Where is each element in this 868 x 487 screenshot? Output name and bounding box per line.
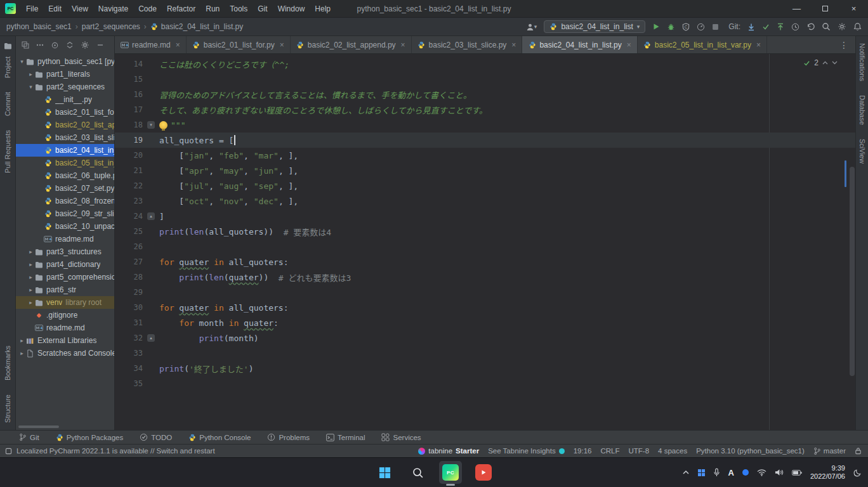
tray-overflow-icon[interactable] — [682, 470, 690, 475]
toolwindow-python-packages[interactable]: Python Packages — [56, 434, 124, 441]
start-button[interactable] — [373, 461, 396, 484]
tool-stripe-pull-requests[interactable]: Pull Requests — [4, 130, 11, 173]
code-line[interactable]: 17そして、あまり疲れすぎない程度のことろで休憩し、しばらくしてから見直すことで… — [115, 102, 855, 117]
more-options-icon[interactable] — [36, 44, 44, 46]
wifi-icon[interactable] — [757, 469, 766, 476]
code-line[interactable]: 30for quater in all_quoters: — [115, 300, 855, 315]
tree-item[interactable]: ▸part6_str — [16, 283, 114, 296]
caret-position-widget[interactable]: 19:16 — [574, 447, 592, 455]
breadcrumb-item[interactable]: python_basic_sec1 — [6, 22, 72, 31]
tab-close-icon[interactable]: × — [627, 41, 631, 49]
code-line[interactable]: 21 ["apr", "may", "jun", ], — [115, 163, 855, 178]
tree-item[interactable]: ▸part1_literals — [16, 68, 114, 81]
fold-icon[interactable]: ▾ — [147, 121, 155, 129]
select-opened-file-icon[interactable] — [51, 41, 59, 49]
tool-stripe-bookmarks[interactable]: Bookmarks — [4, 346, 11, 380]
menu-tools[interactable]: Tools — [225, 0, 253, 17]
tab-close-icon[interactable]: × — [280, 41, 284, 49]
code-editor[interactable]: 14ここは肚のくくりどころです（^^;1516習得のためのアドバイスとして言える… — [115, 54, 855, 430]
tool-stripe-notifications[interactable]: Notifications — [858, 43, 866, 81]
inspection-widget[interactable]: 2 — [803, 58, 838, 67]
prev-problem-icon[interactable] — [822, 61, 828, 65]
tabnine-insights-link[interactable]: See Tabnine Insights — [488, 447, 565, 455]
project-hscrollbar[interactable] — [18, 425, 59, 428]
tree-item[interactable]: basic2_04_list_in_list.py — [16, 144, 114, 157]
tree-item[interactable]: ▸part4_dictionary — [16, 258, 114, 271]
run-configuration-select[interactable]: basic2_04_list_in_list ▾ — [544, 20, 645, 33]
menu-edit[interactable]: Edit — [43, 0, 67, 17]
tree-chevron-icon[interactable]: ▸ — [27, 261, 34, 268]
menu-view[interactable]: View — [67, 0, 93, 17]
line-separator-widget[interactable]: CRLF — [600, 447, 619, 455]
interpreter-widget[interactable]: Python 3.10 (python_basic_sec1) — [696, 447, 805, 455]
code-line[interactable]: 22 ["jul", "aug", "sep", ], — [115, 178, 855, 193]
tree-chevron-icon[interactable]: ▾ — [27, 84, 34, 90]
tray-dot-icon[interactable] — [742, 469, 749, 476]
editor-tab[interactable]: basic2_02_list_append.py× — [291, 36, 412, 53]
project-settings-icon[interactable] — [81, 41, 89, 49]
taskbar-pycharm-button[interactable]: PC — [439, 461, 462, 484]
toolwindow-todo[interactable]: TODO — [140, 433, 172, 441]
tree-item[interactable]: basic2_03_list_slice.py — [16, 131, 114, 144]
breadcrumb-item[interactable]: basic2_04_list_in_list.py — [150, 22, 243, 31]
toolwindow-terminal[interactable]: Terminal — [326, 434, 365, 441]
code-line[interactable]: 15 — [115, 72, 855, 87]
tree-item[interactable]: ▸part5_comprehension — [16, 271, 114, 283]
fold-icon[interactable]: ▴ — [147, 334, 155, 342]
tree-item[interactable]: ▸venvlibrary root — [16, 296, 114, 309]
code-line[interactable]: 16習得のためのアドバイスとして言えることは、慣れるまで、手を動かして書くこと。 — [115, 87, 855, 102]
tree-item[interactable]: readme.md — [16, 233, 114, 245]
tab-close-icon[interactable]: × — [756, 41, 761, 49]
notifications-button[interactable] — [853, 22, 862, 31]
tab-close-icon[interactable]: × — [511, 41, 516, 49]
menu-help[interactable]: Help — [310, 0, 336, 17]
menu-run[interactable]: Run — [201, 0, 225, 17]
profiler-button[interactable] — [697, 23, 705, 31]
editor-tab[interactable]: basic2_04_list_in_list.py× — [522, 36, 637, 53]
code-line[interactable]: 34print('終了しました') — [115, 361, 855, 376]
toolwindow-git[interactable]: Git — [19, 433, 39, 441]
menu-window[interactable]: Window — [273, 0, 310, 17]
tool-stripe-database[interactable]: Database — [858, 95, 866, 125]
user-account-button[interactable]: ▾ — [526, 23, 537, 31]
status-message-area[interactable]: Localized PyCharm 2022.1.1 is available … — [5, 447, 215, 455]
search-everywhere-button[interactable] — [822, 22, 831, 31]
focus-assist-icon[interactable] — [853, 469, 862, 477]
editor-scrollbar[interactable] — [850, 167, 855, 376]
tool-stripe-commit[interactable]: Commit — [4, 92, 11, 116]
status-message[interactable]: Localized PyCharm 2022.1.1 is available … — [16, 447, 215, 455]
tree-item[interactable]: basic2_05_list_in_list_var.py — [16, 157, 114, 169]
git-push-button[interactable] — [777, 23, 784, 31]
code-line[interactable]: 27for quater in all_quoters: — [115, 254, 855, 269]
indent-widget[interactable]: 4 spaces — [658, 447, 687, 455]
tree-item[interactable]: basic2_09_str_slice.py — [16, 207, 114, 220]
tree-item[interactable]: basic2_02_list_append.py — [16, 119, 114, 131]
git-branch-widget[interactable]: master — [813, 447, 846, 455]
microphone-icon[interactable] — [713, 468, 720, 477]
minimize-button[interactable]: — — [782, 0, 811, 17]
run-button[interactable] — [652, 23, 660, 30]
battery-icon[interactable] — [792, 470, 802, 476]
code-line[interactable]: 28 print(len(quater)) # どれも要素数は3 — [115, 269, 855, 285]
tool-stripe-structure[interactable]: Structure — [4, 394, 11, 423]
toolwindow-services[interactable]: Services — [381, 433, 421, 441]
tool-stripe-sciview[interactable]: SciView — [858, 139, 866, 164]
code-line[interactable]: 26 — [115, 239, 855, 254]
tree-item[interactable]: ▸External Libraries — [16, 334, 114, 347]
tree-chevron-icon[interactable]: ▸ — [27, 71, 34, 77]
git-commit-button[interactable] — [762, 23, 770, 30]
rollback-button[interactable] — [806, 23, 815, 30]
close-button[interactable]: × — [839, 0, 868, 17]
toolwindow-problems[interactable]: Problems — [267, 433, 310, 441]
tree-item[interactable]: basic2_01_list_for.py — [16, 106, 114, 119]
breadcrumb-item[interactable]: part2_sequences — [82, 22, 140, 31]
code-line[interactable]: 25print(len(all_quoters)) # 要素数は4 — [115, 224, 855, 239]
history-button[interactable] — [791, 23, 799, 31]
code-line[interactable]: 23 ["oct", "nov", "dec", ], — [115, 193, 855, 209]
tree-chevron-icon[interactable]: ▸ — [27, 299, 34, 306]
tree-item[interactable]: basic2_07_set.py — [16, 182, 114, 195]
intention-bulb-icon[interactable] — [159, 121, 168, 129]
editor-tab[interactable]: basic2_01_list_for.py× — [187, 36, 291, 53]
tree-item[interactable]: ▸part3_structures — [16, 245, 114, 258]
code-line[interactable]: 31 for month in quater: — [115, 315, 855, 330]
